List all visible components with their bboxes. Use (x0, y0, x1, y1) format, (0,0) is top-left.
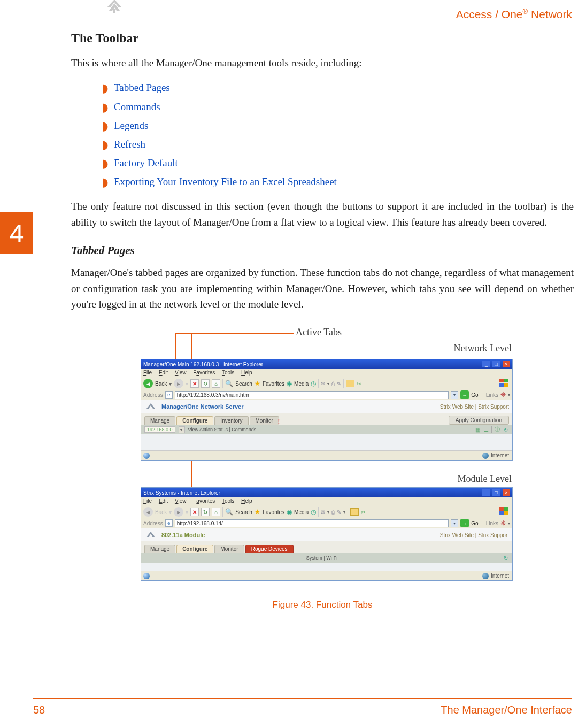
folder-icon[interactable] (350, 508, 359, 516)
edit-icon[interactable]: ✎ (337, 509, 341, 515)
url-input[interactable]: http://192.168.0.3/nv/main.htm (175, 391, 449, 399)
section-title: The Toolbar (71, 31, 574, 45)
search-label[interactable]: Search (235, 509, 252, 515)
menu-file[interactable]: FFileile (143, 370, 152, 376)
scissors-icon[interactable]: ✂ (361, 509, 365, 515)
media-icon[interactable]: ◉ (287, 380, 292, 387)
tab-manage[interactable]: Manage (144, 416, 175, 425)
internet-zone-icon (482, 453, 489, 459)
list-item-label[interactable]: Exporting Your Inventory File to an Exce… (114, 176, 337, 187)
url-dropdown-icon[interactable]: ▾ (451, 391, 458, 399)
menu-tools[interactable]: Tools (222, 498, 234, 504)
ip-dropdown-icon[interactable]: ▾ (179, 426, 185, 433)
search-label[interactable]: Search (235, 381, 252, 387)
home-icon[interactable]: ⌂ (212, 379, 220, 388)
media-label[interactable]: Media (294, 381, 309, 387)
maximize-icon[interactable]: □ (492, 489, 500, 496)
search-icon[interactable]: 🔍 (225, 508, 233, 516)
media-icon[interactable]: ◉ (287, 508, 292, 516)
menu-tools[interactable]: Tools (222, 370, 234, 376)
home-icon[interactable]: ⌂ (212, 508, 220, 516)
menu-view[interactable]: View (175, 370, 187, 376)
callout-active-tabs: Active Tabs (296, 327, 342, 338)
url-dropdown-icon[interactable]: ▾ (451, 519, 458, 527)
refresh-icon[interactable]: ↻ (503, 426, 509, 433)
info-icon[interactable]: ⓘ (494, 426, 500, 433)
sub-links[interactable]: View Action Status | Commands (188, 427, 257, 432)
tab-monitor[interactable]: Monitor (250, 416, 279, 425)
list-item-label[interactable]: Legends (114, 120, 148, 131)
menu-favorites[interactable]: Favorites (193, 498, 215, 504)
minimize-icon[interactable]: _ (482, 489, 490, 496)
links-label[interactable]: Links (486, 520, 498, 526)
menu-edit[interactable]: Edit (159, 370, 168, 376)
refresh-icon[interactable]: ↻ (201, 379, 210, 388)
mail-icon[interactable]: ✉ (321, 381, 325, 387)
page-footer: 58 The Manager/One Interface (33, 698, 572, 716)
list-item-label[interactable]: Refresh (114, 139, 145, 150)
mail-icon[interactable]: ✉ (321, 509, 325, 515)
forward-icon[interactable]: ► (174, 379, 183, 388)
bullet-icon: ◗ (102, 102, 114, 113)
folder-icon[interactable] (346, 380, 354, 387)
list-item-label[interactable]: Factory Default (114, 157, 178, 168)
print-icon[interactable]: ⎙ (331, 381, 335, 387)
tab-monitor[interactable]: Monitor (214, 545, 244, 553)
links-icon[interactable]: ❋ (500, 519, 506, 527)
favorites-label[interactable]: Favorites (263, 509, 284, 515)
search-icon[interactable]: 🔍 (225, 380, 233, 387)
tab-inventory[interactable]: Inventory (214, 416, 248, 425)
list-item-label[interactable]: Commands (114, 101, 160, 112)
close-icon[interactable]: × (503, 361, 510, 367)
back-label[interactable]: Back (155, 381, 167, 387)
links-icon[interactable]: ❋ (500, 391, 506, 399)
links-label[interactable]: Links (486, 392, 498, 398)
bullet-icon: ◗ (102, 158, 114, 170)
history-icon[interactable]: ◷ (311, 508, 316, 516)
favorites-icon[interactable]: ★ (255, 508, 260, 516)
menu-favorites[interactable]: Favorites (193, 370, 215, 376)
go-button[interactable]: → (460, 390, 469, 399)
address-label: Address (143, 520, 163, 526)
app-header-links[interactable]: Strix Web Site | Strix Support (440, 404, 509, 410)
stop-icon[interactable]: ✕ (190, 379, 199, 388)
url-input[interactable]: http://192.168.0.14/ (175, 519, 449, 527)
favorites-icon[interactable]: ★ (255, 380, 260, 387)
menu-help[interactable]: Help (241, 370, 252, 376)
back-icon[interactable]: ◄ (143, 379, 153, 388)
tab-rogue-devices[interactable]: Rogue Devices (245, 545, 294, 553)
stop-icon[interactable]: ✕ (190, 508, 199, 516)
go-label: Go (471, 392, 478, 398)
media-label[interactable]: Media (294, 509, 309, 515)
menu-file[interactable]: File (143, 498, 152, 504)
tab-configure[interactable]: Configure (176, 545, 213, 553)
list-item-label[interactable]: Tabbed Pages (114, 82, 170, 93)
tree-view-icon[interactable]: ☰ (483, 426, 489, 433)
menu-edit[interactable]: Edit (159, 498, 168, 504)
menu-view[interactable]: View (175, 498, 187, 504)
tab-manage[interactable]: Manage (144, 545, 175, 553)
apply-configuration-button[interactable]: Apply Configuration (449, 416, 509, 425)
print-icon[interactable]: ⎙ (331, 509, 335, 515)
edit-icon[interactable]: ✎ (337, 381, 341, 387)
status-text: Internet (491, 573, 509, 579)
maximize-icon[interactable]: □ (492, 361, 500, 367)
ip-selector[interactable]: 192.168.0.0 (144, 426, 175, 433)
refresh-icon[interactable]: ↻ (503, 555, 509, 561)
internet-zone-icon (482, 573, 489, 579)
go-button[interactable]: → (460, 519, 469, 527)
scissors-icon[interactable]: ✂ (357, 381, 361, 387)
list-item: ◗Commands (102, 97, 574, 116)
menu-help[interactable]: Help (241, 498, 252, 504)
app-header-links[interactable]: Strix Web Site | Strix Support (440, 532, 509, 538)
sub-links[interactable]: System | Wi-Fi (144, 555, 499, 561)
favorites-label[interactable]: Favorites (263, 381, 284, 387)
grid-view-icon[interactable]: ▦ (474, 426, 481, 433)
history-icon[interactable]: ◷ (311, 380, 316, 387)
tab-configure[interactable]: Configure (176, 416, 213, 425)
close-icon[interactable]: × (503, 489, 510, 496)
minimize-icon[interactable]: _ (482, 361, 490, 367)
address-bar: Address e http://192.168.0.14/ ▾ → Go Li… (141, 518, 512, 528)
refresh-icon[interactable]: ↻ (201, 508, 210, 516)
function-tabs: Manage Configure Monitor Rogue Devices (141, 541, 512, 553)
